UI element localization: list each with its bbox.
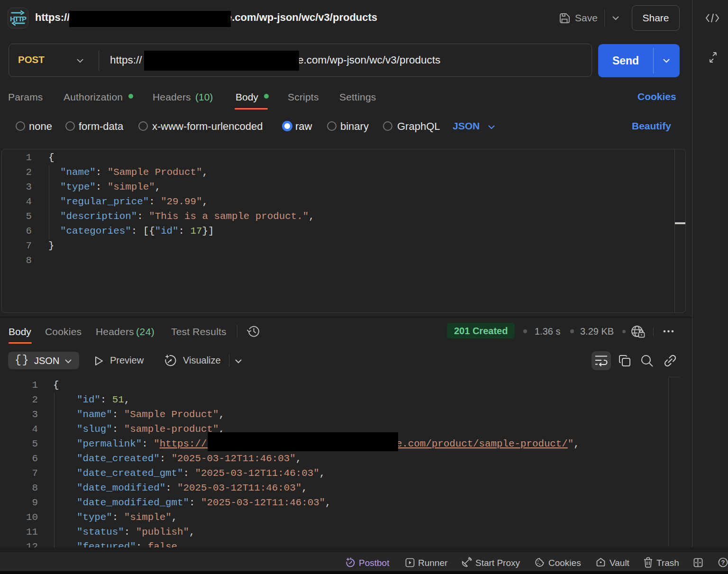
svg-text:?: ? [721, 559, 725, 566]
svg-text:HTTP: HTTP [10, 14, 27, 22]
